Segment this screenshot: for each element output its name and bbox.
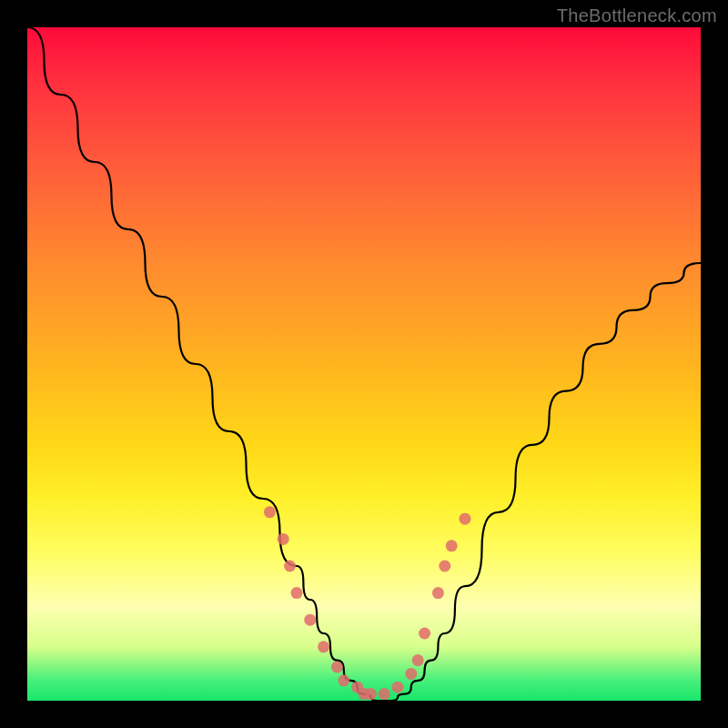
plot-area xyxy=(27,27,701,701)
marker-dot xyxy=(304,614,316,626)
marker-dot xyxy=(439,561,450,572)
marker-dot xyxy=(432,587,444,599)
marker-dot xyxy=(365,688,377,700)
marker-dot xyxy=(264,506,276,518)
marker-dot xyxy=(412,654,424,666)
marker-dot xyxy=(460,513,471,525)
marker-group xyxy=(264,506,471,700)
bottleneck-curve xyxy=(27,27,701,701)
marker-dot xyxy=(284,561,296,572)
watermark-text: TheBottleneck.com xyxy=(557,5,717,26)
marker-dot xyxy=(291,587,303,599)
marker-dot xyxy=(278,533,289,545)
marker-dot xyxy=(392,682,404,693)
marker-dot xyxy=(338,674,349,686)
marker-dot xyxy=(419,628,430,640)
chart-svg xyxy=(27,27,701,701)
marker-dot xyxy=(405,668,417,680)
marker-dot xyxy=(446,540,458,551)
marker-dot xyxy=(379,688,390,700)
marker-dot xyxy=(318,641,329,652)
chart-frame: TheBottleneck.com xyxy=(0,0,728,728)
marker-dot xyxy=(331,662,343,673)
